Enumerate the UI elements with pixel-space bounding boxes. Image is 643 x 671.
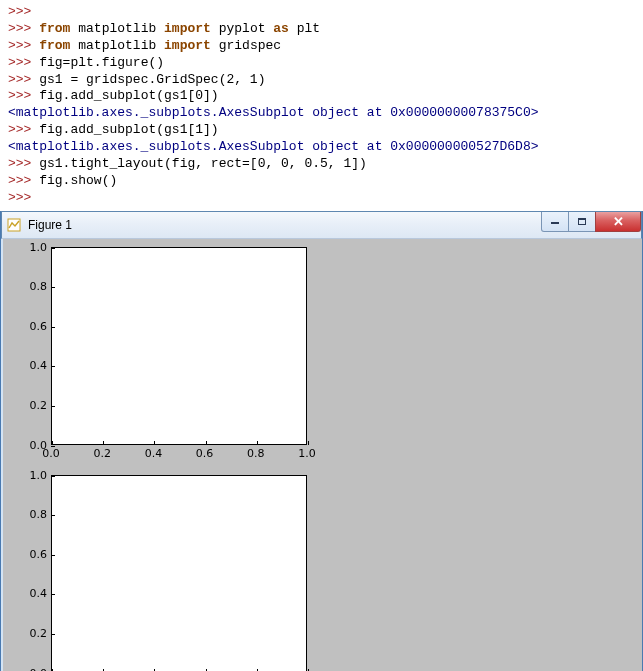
subplot-1: 0.00.20.40.60.81.00.00.20.40.60.81.0: [21, 475, 307, 671]
y-tick-label: 0.2: [30, 627, 48, 640]
maximize-button[interactable]: [568, 212, 596, 232]
console-line: >>> fig=plt.figure(): [8, 55, 635, 72]
x-tick-label: 1.0: [298, 447, 316, 460]
window-title: Figure 1: [28, 218, 72, 232]
y-tick-label: 0.4: [30, 359, 48, 372]
window-buttons: ✕: [542, 212, 641, 232]
close-icon: ✕: [613, 215, 624, 228]
close-button[interactable]: ✕: [595, 212, 641, 232]
x-tick-label: 0.6: [196, 447, 214, 460]
x-tick-labels: 0.00.20.40.60.81.0: [51, 445, 307, 461]
app-icon: [6, 217, 22, 233]
figure-canvas[interactable]: 0.00.20.40.60.81.00.00.20.40.60.81.0 0.0…: [1, 239, 642, 671]
axes-area: [51, 247, 307, 445]
subplot-0: 0.00.20.40.60.81.00.00.20.40.60.81.0: [21, 247, 307, 461]
y-tick-label: 0.6: [30, 547, 48, 560]
y-tick-labels: 0.00.20.40.60.81.0: [21, 475, 49, 671]
y-tick-label: 0.8: [30, 280, 48, 293]
x-tick-label: 0.2: [93, 447, 111, 460]
console-line: <matplotlib.axes._subplots.AxesSubplot o…: [8, 139, 635, 156]
minimize-button[interactable]: [541, 212, 569, 232]
x-tick-label: 0.0: [42, 447, 60, 460]
y-tick-label: 0.2: [30, 399, 48, 412]
y-tick-label: 1.0: [30, 468, 48, 481]
console-line: >>>: [8, 190, 635, 207]
titlebar[interactable]: Figure 1 ✕: [1, 211, 642, 239]
x-tick-label: 0.4: [145, 447, 163, 460]
console-line: >>>: [8, 4, 635, 21]
axes-area: [51, 475, 307, 671]
console-line: >>> from matplotlib import pyplot as plt: [8, 21, 635, 38]
console-line: >>> fig.add_subplot(gs1[1]): [8, 122, 635, 139]
console-line: >>> fig.show(): [8, 173, 635, 190]
x-tick-label: 0.8: [247, 447, 265, 460]
console-line: <matplotlib.axes._subplots.AxesSubplot o…: [8, 105, 635, 122]
maximize-icon: [578, 218, 586, 225]
y-tick-label: 0.6: [30, 319, 48, 332]
y-tick-label: 1.0: [30, 240, 48, 253]
figure-window: Figure 1 ✕ 0.00.20.40.60.81.00.00.20.40.…: [0, 211, 643, 671]
y-tick-label: 0.8: [30, 508, 48, 521]
y-tick-label: 0.0: [30, 666, 48, 671]
minimize-icon: [551, 222, 559, 224]
y-tick-label: 0.4: [30, 587, 48, 600]
console-line: >>> gs1 = gridspec.GridSpec(2, 1): [8, 72, 635, 89]
y-tick-labels: 0.00.20.40.60.81.0: [21, 247, 49, 445]
console-line: >>> gs1.tight_layout(fig, rect=[0, 0, 0.…: [8, 156, 635, 173]
console-line: >>> fig.add_subplot(gs1[0]): [8, 88, 635, 105]
console-line: >>> from matplotlib import gridspec: [8, 38, 635, 55]
python-console[interactable]: >>>>>> from matplotlib import pyplot as …: [0, 0, 643, 211]
